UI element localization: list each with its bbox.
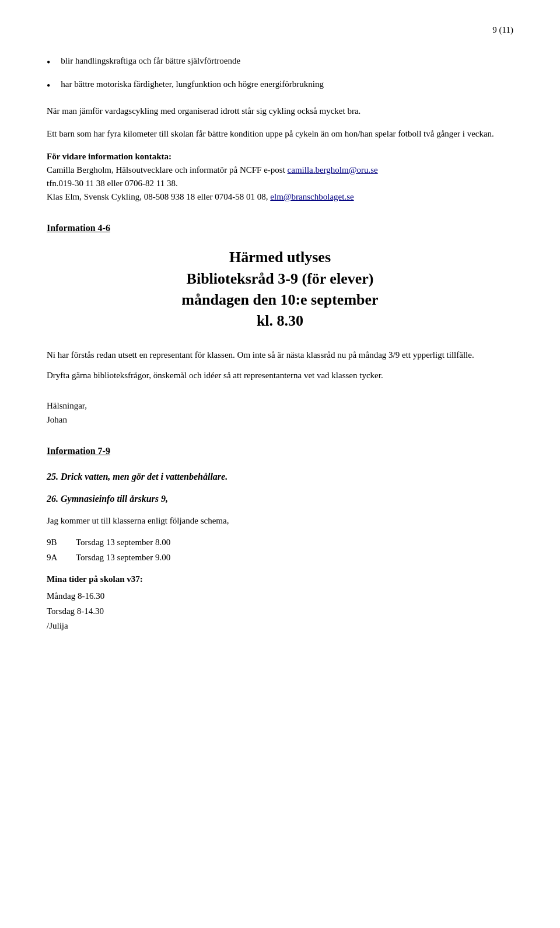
- schedule-block: 9B Torsdag 13 september 8.00 9A Torsdag …: [47, 535, 513, 564]
- hours-list: Måndag 8-16.30 Torsdag 8-14.30 /Julija: [47, 589, 513, 634]
- announcement-title: Härmed utlyses Biblioteksråd 3-9 (för el…: [128, 247, 432, 332]
- announcement-line3: måndagen den 10:e september: [128, 289, 432, 311]
- condition-paragraph: Ett barn som har fyra kilometer till sko…: [47, 127, 513, 141]
- item-26-number: 26.: [47, 494, 58, 504]
- item-25-number: 25.: [47, 472, 58, 482]
- announcement-block: Härmed utlyses Biblioteksråd 3-9 (för el…: [128, 247, 432, 332]
- item-25-text: Drick vatten, men gör det i vattenbehåll…: [61, 472, 228, 482]
- item-26-text: Gymnasieinfo till årskurs 9,: [61, 494, 168, 504]
- bullet-section: • blir handlingskraftiga och får bättre …: [47, 54, 513, 94]
- hours-monday: Måndag 8-16.30: [47, 589, 513, 604]
- section-79-header: Information 7-9: [47, 444, 513, 458]
- contact-klas-text: Klas Elm, Svensk Cykling, 08-508 938 18 …: [47, 192, 268, 201]
- bullet-dot-1: •: [47, 55, 50, 71]
- schedule-row-9a: 9A Torsdag 13 september 9.00: [47, 550, 513, 564]
- announcement-body2: Dryfta gärna biblioteksfrågor, önskemål …: [47, 369, 513, 382]
- greeting-line1: Hälsningar,: [47, 399, 513, 413]
- contact-name: Camilla Bergholm, Hälsoutvecklare och in…: [47, 163, 513, 177]
- contact-name-text: Camilla Bergholm, Hälsoutvecklare och in…: [47, 165, 285, 175]
- contact-email-link[interactable]: camilla.bergholm@oru.se: [288, 165, 378, 175]
- gymnasie-intro: Jag kommer ut till klasserna enligt följ…: [47, 514, 513, 528]
- schedule-value-9a: Torsdag 13 september 9.00: [76, 550, 170, 564]
- contact-klas-line: Klas Elm, Svensk Cykling, 08-508 938 18 …: [47, 190, 513, 204]
- item-26: 26. Gymnasieinfo till årskurs 9,: [47, 492, 513, 506]
- schedule-label-9b: 9B: [47, 535, 76, 549]
- schedule-heading: Mina tider på skolan v37:: [47, 573, 513, 586]
- bullet-text-1: blir handlingskraftiga och får bättre sj…: [61, 54, 240, 68]
- greeting-block: Hälsningar, Johan: [47, 399, 513, 427]
- bullet-item-1: • blir handlingskraftiga och får bättre …: [47, 54, 513, 71]
- bullet-text-2: har bättre motoriska färdigheter, lungfu…: [61, 78, 324, 91]
- section-46-header: Information 4-6: [47, 221, 513, 235]
- schedule-row-9b: 9B Torsdag 13 september 8.00: [47, 535, 513, 549]
- bullet-dot-2: •: [47, 78, 50, 94]
- contact-klas-email-link[interactable]: elm@branschbolaget.se: [270, 192, 354, 201]
- hours-signature: /Julija: [47, 619, 513, 634]
- schedule-label-9a: 9A: [47, 550, 76, 564]
- announcement-line1: Härmed utlyses: [128, 247, 432, 268]
- contact-phone-line: tfn.019-30 11 38 eller 0706-82 11 38.: [47, 177, 513, 190]
- announcement-line4: kl. 8.30: [128, 311, 432, 332]
- contact-section: För vidare information kontakta: Camilla…: [47, 150, 513, 204]
- announcement-body1: Ni har förstås redan utsett en represent…: [47, 348, 513, 362]
- item-25: 25. Drick vatten, men gör det i vattenbe…: [47, 470, 513, 484]
- contact-heading: För vidare information kontakta:: [47, 150, 513, 163]
- hours-thursday: Torsdag 8-14.30: [47, 604, 513, 619]
- schedule-value-9b: Torsdag 13 september 8.00: [76, 535, 170, 549]
- greeting-line2: Johan: [47, 413, 513, 427]
- bullet-item-2: • har bättre motoriska färdigheter, lung…: [47, 78, 513, 94]
- announcement-line2: Biblioteksråd 3-9 (för elever): [128, 268, 432, 289]
- intro-paragraph: När man jämför vardagscykling med organi…: [47, 104, 513, 118]
- page-number: 9 (11): [47, 23, 513, 37]
